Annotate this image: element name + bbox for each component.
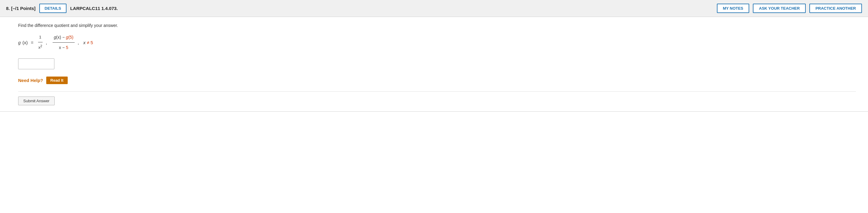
bottom-divider <box>0 111 868 112</box>
diff-quotient-denominator: x − 5 <box>58 43 69 52</box>
formula-area: g (x) = 1 x2 , g(x) − g(5) x − 5 <box>18 33 856 52</box>
need-help-section: Need Help? Read It <box>18 77 856 84</box>
page-wrapper: 8. [–/1 Points] DETAILS LARPCALC11 1.4.0… <box>0 0 868 213</box>
difference-quotient-fraction: g(x) − g(5) x − 5 <box>53 33 75 52</box>
main-content: Find the difference quotient and simplif… <box>0 17 868 111</box>
comma2: , <box>78 37 82 48</box>
problem-id: LARPCALC11 1.4.073. <box>70 6 118 11</box>
fraction-denominator: x2 <box>37 42 43 52</box>
read-it-button[interactable]: Read It <box>46 77 68 84</box>
gx-paren: (x) <box>22 37 28 48</box>
need-help-label: Need Help? <box>18 78 43 83</box>
comma1: , <box>45 37 50 48</box>
diff-quotient-numerator: g(x) − g(5) <box>53 33 75 43</box>
ask-teacher-button[interactable]: ASK YOUR TEACHER <box>753 4 806 13</box>
problem-instruction: Find the difference quotient and simplif… <box>18 23 856 28</box>
answer-input[interactable] <box>18 58 54 69</box>
details-button[interactable]: DETAILS <box>39 4 67 13</box>
submit-section: Submit Answer <box>18 91 856 105</box>
gx-label: g <box>18 37 21 48</box>
fraction-numerator: 1 <box>38 33 42 42</box>
header-bar: 8. [–/1 Points] DETAILS LARPCALC11 1.4.0… <box>0 0 868 17</box>
equals-sign: = <box>30 37 35 48</box>
my-notes-button[interactable]: MY NOTES <box>717 4 749 13</box>
question-label: 8. [–/1 Points] <box>6 6 36 11</box>
constraint: x ≠ 5 <box>84 37 93 48</box>
submit-answer-button[interactable]: Submit Answer <box>18 97 55 105</box>
practice-another-button[interactable]: PRACTICE ANOTHER <box>809 4 862 13</box>
simple-fraction: 1 x2 <box>37 33 43 52</box>
math-row: g (x) = 1 x2 , g(x) − g(5) x − 5 <box>18 33 856 52</box>
